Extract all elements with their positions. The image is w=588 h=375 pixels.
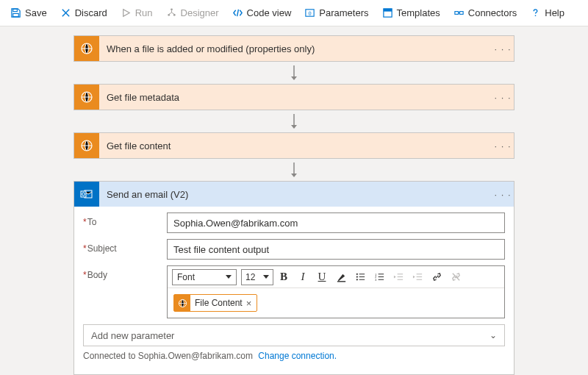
bold-button[interactable]: B	[275, 268, 293, 286]
step-menu-button[interactable]: · · ·	[492, 92, 514, 103]
token-remove-button[interactable]: ×	[243, 298, 257, 309]
step-menu-button[interactable]: · · ·	[492, 140, 514, 151]
designer-button[interactable]: Designer	[160, 4, 225, 21]
underline-button[interactable]: U	[313, 268, 331, 286]
step-title: When a file is added or modified (proper…	[107, 43, 484, 54]
subject-input[interactable]	[167, 239, 505, 260]
step-title: Get file metadata	[107, 92, 484, 103]
trigger-step[interactable]: When a file is added or modified (proper…	[74, 35, 514, 62]
sharepoint-icon	[74, 133, 99, 158]
codeview-icon	[232, 7, 243, 18]
rte-toolbar: Font 12 B I U	[168, 266, 504, 288]
action-step-email: Send an email (V2) · · · *To *Subject	[74, 181, 514, 375]
chevron-down-icon	[263, 275, 269, 279]
step-title: Send an email (V2)	[107, 189, 484, 200]
body-content[interactable]: File Content ×	[168, 288, 504, 318]
discard-icon	[60, 7, 71, 18]
indent-button[interactable]	[409, 268, 426, 286]
svg-rect-8	[383, 9, 391, 12]
email-form: *To *Subject *Body	[74, 207, 514, 374]
discard-button[interactable]: Discard	[54, 4, 113, 21]
outlook-icon	[74, 182, 99, 207]
templates-icon	[382, 7, 393, 18]
designer-icon	[166, 7, 177, 18]
subject-label: *Subject	[83, 239, 167, 254]
body-editor: Font 12 B I U	[167, 265, 505, 318]
step-title: Get file content	[107, 140, 484, 151]
workflow: When a file is added or modified (proper…	[74, 35, 514, 375]
designer-canvas: When a file is added or modified (proper…	[0, 26, 588, 375]
dynamic-token[interactable]: File Content ×	[173, 294, 257, 312]
chevron-down-icon: ⌄	[490, 330, 497, 340]
sharepoint-icon	[74, 85, 99, 110]
sharepoint-icon	[74, 36, 99, 61]
numbers-button[interactable]: 123	[370, 268, 388, 286]
svg-point-2	[171, 8, 173, 10]
codeview-button[interactable]: Code view	[226, 4, 298, 21]
run-icon	[121, 7, 132, 18]
help-button[interactable]: Help	[524, 4, 570, 21]
connector-arrow	[74, 159, 514, 181]
step-menu-button[interactable]: · · ·	[492, 189, 514, 200]
toolbar: Save Discard Run Designer Code view @ Pa…	[0, 0, 588, 26]
svg-point-19	[356, 274, 357, 275]
fontsize-select[interactable]: 12	[241, 269, 273, 285]
svg-rect-18	[337, 281, 345, 282]
body-label: *Body	[83, 265, 167, 280]
sharepoint-icon	[174, 295, 190, 311]
outdent-button[interactable]	[390, 268, 407, 286]
font-select[interactable]: Font	[172, 269, 237, 285]
svg-rect-1	[13, 13, 19, 16]
svg-point-20	[356, 276, 357, 277]
change-connection-link[interactable]: Change connection.	[258, 351, 337, 361]
step-menu-button[interactable]: · · ·	[492, 43, 514, 54]
svg-rect-0	[13, 9, 18, 11]
svg-text:@: @	[309, 10, 312, 16]
svg-text:3: 3	[374, 278, 376, 282]
connection-info: Connected to Sophia.Owen@fabrikam.com Ch…	[83, 346, 505, 367]
run-button[interactable]: Run	[115, 4, 159, 21]
italic-button[interactable]: I	[294, 268, 312, 286]
templates-button[interactable]: Templates	[376, 4, 446, 21]
save-icon	[10, 7, 21, 18]
save-button[interactable]: Save	[4, 4, 53, 21]
unlink-button[interactable]	[447, 268, 465, 286]
bullets-button[interactable]	[351, 268, 369, 286]
step-header[interactable]: Send an email (V2) · · ·	[74, 182, 514, 207]
svg-point-21	[356, 279, 357, 280]
svg-rect-16	[81, 191, 86, 197]
action-step-metadata[interactable]: Get file metadata · · ·	[74, 84, 514, 110]
color-button[interactable]	[332, 268, 350, 286]
help-icon	[530, 7, 541, 18]
to-input[interactable]	[167, 213, 505, 233]
link-button[interactable]	[428, 268, 445, 286]
chevron-down-icon	[226, 275, 232, 279]
to-label: *To	[83, 213, 167, 227]
svg-rect-10	[459, 12, 463, 15]
connector-arrow	[74, 110, 514, 132]
action-step-content[interactable]: Get file content · · ·	[74, 132, 514, 159]
parameters-icon: @	[304, 7, 315, 18]
connector-arrow	[74, 62, 514, 84]
svg-point-11	[535, 15, 537, 16]
connectors-icon	[453, 7, 465, 18]
add-parameter-dropdown[interactable]: Add new parameter ⌄	[83, 324, 505, 346]
parameters-button[interactable]: @ Parameters	[298, 4, 374, 21]
connectors-button[interactable]: Connectors	[448, 4, 523, 21]
svg-rect-9	[455, 12, 459, 15]
